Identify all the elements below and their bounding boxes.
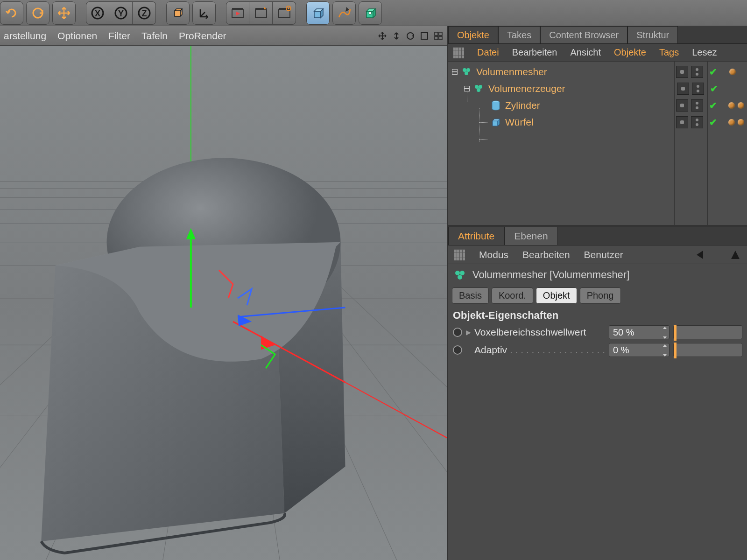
coord-sys-button[interactable] xyxy=(192,1,216,25)
menu-datei[interactable]: Datei xyxy=(477,47,499,58)
undo-button[interactable] xyxy=(0,1,23,25)
svg-point-14 xyxy=(288,7,289,9)
layer-toggle[interactable] xyxy=(676,116,688,128)
prop-slider[interactable] xyxy=(673,325,742,339)
tab-objekte[interactable]: Objekte xyxy=(448,26,498,43)
phong-tag[interactable] xyxy=(729,69,736,75)
menu-lesez[interactable]: Lesez xyxy=(692,47,717,58)
tree-label[interactable]: Volumenmesher xyxy=(476,66,547,77)
vis-dots[interactable] xyxy=(691,99,703,112)
volume-mesher-icon xyxy=(460,65,473,78)
menu-benutzer[interactable]: Benutzer xyxy=(584,249,623,260)
tag-2[interactable] xyxy=(738,119,744,126)
enable-check[interactable]: ✔ xyxy=(707,83,721,94)
vp-updown-icon[interactable] xyxy=(391,31,402,41)
rotate-button[interactable] xyxy=(26,1,49,25)
menu-item[interactable]: ProRender xyxy=(179,30,226,42)
layer-toggle[interactable] xyxy=(677,83,689,95)
grid-icon[interactable] xyxy=(454,249,465,260)
render-anim-button[interactable] xyxy=(249,1,273,25)
tree-label[interactable]: Zylinder xyxy=(505,100,540,111)
prop-value-input[interactable]: 50 % xyxy=(609,325,669,339)
tab-ebenen[interactable]: Ebenen xyxy=(504,227,557,245)
svg-rect-18 xyxy=(435,32,438,35)
deform-button[interactable] xyxy=(359,1,382,25)
tree-label[interactable]: Volumenerzeuger xyxy=(488,83,565,94)
nav-up-icon[interactable] xyxy=(729,249,741,261)
vp-layout-icon[interactable] xyxy=(433,31,444,41)
mode-objekt[interactable]: Objekt xyxy=(536,287,577,304)
vis-dots[interactable] xyxy=(691,116,703,128)
tag-1[interactable] xyxy=(728,102,735,109)
expand-toggle[interactable] xyxy=(464,86,470,91)
object-panel-tabs: Objekte Takes Content Browser Struktur xyxy=(448,26,747,44)
vis-dots[interactable] xyxy=(692,83,704,95)
render-settings-button[interactable] xyxy=(273,1,296,25)
tree-row-volumenerzeuger[interactable]: Volumenerzeuger ✔ xyxy=(448,80,747,97)
tree-row-wuerfel[interactable]: Würfel ✔ xyxy=(448,114,747,131)
menu-item[interactable]: Tafeln xyxy=(141,30,168,42)
expand-toggle[interactable] xyxy=(452,69,458,75)
menu-bearbeiten[interactable]: Bearbeiten xyxy=(522,249,570,260)
tab-content-browser[interactable]: Content Browser xyxy=(540,26,627,43)
spline-pen-button[interactable] xyxy=(332,1,356,25)
menu-ansicht[interactable]: Ansicht xyxy=(570,47,601,58)
z-axis-button[interactable]: Z xyxy=(133,1,156,25)
menu-item[interactable]: Filter xyxy=(108,30,130,42)
menu-modus[interactable]: Modus xyxy=(479,249,508,260)
mode-koord[interactable]: Koord. xyxy=(492,287,533,304)
layer-toggle[interactable] xyxy=(676,66,688,78)
svg-rect-21 xyxy=(439,36,442,40)
nav-back-icon[interactable] xyxy=(694,249,706,261)
tag-1[interactable] xyxy=(728,119,735,126)
cylinder-icon xyxy=(489,99,502,112)
tree-row-zylinder[interactable]: Zylinder ✔ xyxy=(448,97,747,114)
vp-frame-icon[interactable] xyxy=(419,31,430,41)
primitive-cube-button[interactable] xyxy=(306,1,330,25)
menu-item[interactable]: Optionen xyxy=(57,30,97,42)
anim-toggle[interactable] xyxy=(453,345,462,355)
x-axis-button[interactable]: X xyxy=(86,1,109,25)
render-frame-button[interactable] xyxy=(226,1,249,25)
tree-row-volumenmesher[interactable]: Volumenmesher ✔ xyxy=(448,63,747,80)
svg-rect-9 xyxy=(255,10,267,17)
tab-struktur[interactable]: Struktur xyxy=(627,26,678,43)
svg-point-15 xyxy=(369,12,372,14)
prop-label: Voxelbereichsschwellwert xyxy=(474,327,605,338)
layer-toggle[interactable] xyxy=(676,99,688,112)
svg-rect-17 xyxy=(421,33,428,39)
grid-icon[interactable] xyxy=(453,47,464,58)
3d-viewport[interactable] xyxy=(0,46,447,560)
menu-tags[interactable]: Tags xyxy=(659,47,679,58)
tab-takes[interactable]: Takes xyxy=(498,26,540,43)
tree-label[interactable]: Würfel xyxy=(505,117,534,128)
svg-point-64 xyxy=(455,271,460,275)
svg-rect-19 xyxy=(439,32,442,35)
y-axis-button[interactable]: Y xyxy=(109,1,133,25)
volume-builder-icon xyxy=(472,82,486,95)
menu-bearbeiten[interactable]: Bearbeiten xyxy=(512,47,557,58)
tag-2[interactable] xyxy=(738,102,744,109)
tab-attribute[interactable]: Attribute xyxy=(448,227,504,245)
vp-rotate-icon[interactable] xyxy=(405,31,416,41)
vis-dots[interactable] xyxy=(691,66,703,78)
attr-mode-tabs: Basis Koord. Objekt Phong xyxy=(448,286,747,306)
menu-item[interactable]: arstellung xyxy=(4,30,46,42)
mode-basis[interactable]: Basis xyxy=(452,287,489,304)
anim-toggle[interactable] xyxy=(453,328,462,337)
menu-objekte[interactable]: Objekte xyxy=(614,47,646,58)
svg-point-62 xyxy=(696,119,698,121)
expand-arrow[interactable]: ▶ xyxy=(466,329,471,336)
prop-adaptiv: ▶ Adaptiv . . . . . . . . . . . . . . . … xyxy=(448,341,747,359)
enable-check[interactable]: ✔ xyxy=(706,117,720,128)
mode-phong[interactable]: Phong xyxy=(580,287,621,304)
svg-rect-20 xyxy=(435,36,438,40)
prop-slider[interactable] xyxy=(673,343,742,357)
enable-check[interactable]: ✔ xyxy=(706,66,720,77)
cube-axis-button[interactable] xyxy=(166,1,190,25)
move-button[interactable] xyxy=(52,1,76,25)
prop-value-input[interactable]: 0 % xyxy=(609,343,669,357)
vp-move-icon[interactable] xyxy=(377,31,388,41)
svg-text:Y: Y xyxy=(118,9,123,18)
enable-check[interactable]: ✔ xyxy=(706,100,720,111)
